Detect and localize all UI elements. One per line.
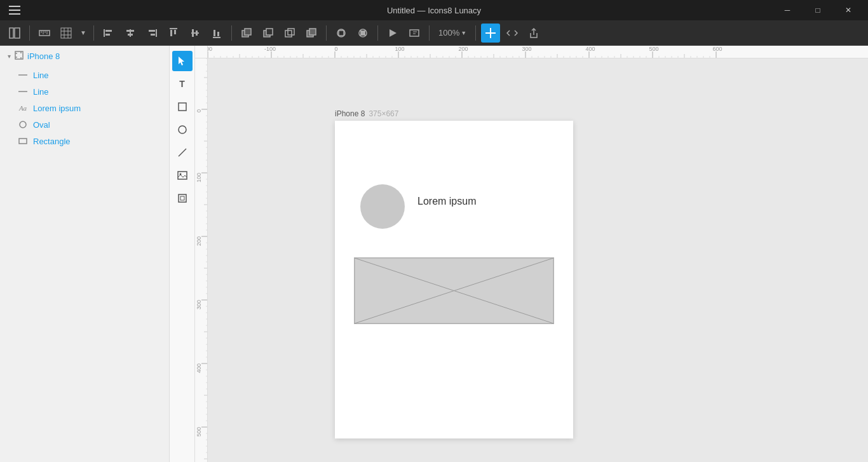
separator6 (429, 25, 430, 41)
zoom-control[interactable]: 100% ▼ (435, 25, 470, 40)
select-tool[interactable] (172, 51, 193, 71)
oval-element[interactable] (360, 184, 405, 229)
component-button[interactable] (481, 24, 500, 43)
code-export-button[interactable] (503, 24, 522, 43)
layer-item-lorem[interactable]: Aa Lorem ipsum (0, 100, 169, 116)
ruler-left (195, 58, 208, 462)
svg-rect-26 (196, 31, 198, 36)
artboard-name-label: iPhone 8 (335, 109, 365, 118)
separator4 (326, 25, 327, 41)
zoom-chevron: ▼ (461, 30, 466, 36)
artboard-size-label: 375×667 (369, 109, 398, 118)
image-placeholder[interactable] (354, 257, 554, 324)
align-right-button[interactable] (142, 24, 161, 43)
boolean-union[interactable] (237, 24, 256, 43)
ruler-corner (195, 46, 208, 58)
svg-marker-58 (179, 57, 184, 65)
svg-rect-49 (15, 51, 23, 59)
line-icon (18, 70, 28, 80)
align-middle-button[interactable] (186, 24, 205, 43)
boolean-diff[interactable] (302, 24, 321, 43)
separator3 (231, 25, 232, 41)
svg-point-60 (179, 126, 186, 133)
boolean-subtract[interactable] (259, 24, 278, 43)
svg-rect-11 (61, 28, 71, 38)
svg-marker-42 (390, 29, 397, 37)
prototype-button[interactable] (383, 24, 402, 43)
zoom-level: 100% (438, 28, 459, 37)
svg-rect-64 (179, 194, 186, 202)
asset-tool[interactable] (172, 188, 193, 208)
text-tool[interactable]: T (172, 74, 193, 94)
artboard-container: iPhone 8 375×667 Lorem ipsum (335, 109, 573, 438)
svg-rect-28 (214, 30, 215, 36)
svg-rect-41 (360, 31, 365, 36)
rect-icon (18, 136, 28, 146)
ruler-button[interactable] (35, 24, 54, 43)
svg-rect-57 (19, 139, 27, 144)
close-button[interactable]: ✕ (834, 0, 863, 20)
grid-button[interactable] (57, 24, 76, 43)
layer-label-oval: Oval (33, 120, 50, 130)
inspector-button[interactable] (405, 24, 424, 43)
canvas-container[interactable]: iPhone 8 375×667 Lorem ipsum (195, 46, 868, 462)
app-title: Untitled — Icons8 Lunacy (387, 6, 481, 15)
separator1 (29, 25, 30, 41)
svg-rect-34 (285, 31, 292, 37)
svg-rect-43 (410, 30, 419, 36)
align-bottom-button[interactable] (207, 24, 226, 43)
lorem-text-element[interactable]: Lorem ipsum (417, 196, 476, 207)
canvas-work-area[interactable]: iPhone 8 375×667 Lorem ipsum (208, 58, 868, 462)
rect-draw-tool[interactable] (172, 97, 193, 117)
artboard[interactable]: Lorem ipsum (335, 121, 573, 438)
svg-rect-59 (179, 103, 186, 111)
svg-rect-2 (39, 31, 50, 36)
share-button[interactable] (524, 24, 543, 43)
minimize-button[interactable]: ─ (773, 0, 802, 20)
layers-panel: ▾ iPhone 8 Line Line (0, 46, 170, 462)
align-center-h-button[interactable] (121, 24, 140, 43)
svg-rect-0 (10, 28, 13, 38)
layer-label-line2: Line (33, 87, 49, 97)
svg-line-61 (179, 149, 186, 156)
align-left-button[interactable] (99, 24, 118, 43)
svg-rect-31 (245, 29, 251, 35)
main-content: ▾ iPhone 8 Line Line (0, 46, 868, 462)
separator2 (93, 25, 94, 41)
svg-rect-65 (180, 196, 184, 200)
toolbar: ▼ 100% ▼ (0, 20, 868, 46)
oval-draw-tool[interactable] (172, 119, 193, 140)
artboard-layer-item[interactable]: ▾ iPhone 8 (0, 46, 169, 67)
ruler-top (208, 46, 868, 58)
line-draw-tool[interactable] (172, 142, 193, 163)
svg-rect-16 (126, 30, 134, 32)
titlebar: Untitled — Icons8 Lunacy ─ □ ✕ (0, 0, 868, 20)
svg-rect-19 (149, 30, 155, 32)
mask-with-selected[interactable] (353, 24, 372, 43)
hamburger-menu[interactable] (5, 0, 24, 20)
oval-icon (18, 119, 28, 130)
boolean-intersect[interactable] (280, 24, 299, 43)
svg-rect-20 (151, 34, 155, 36)
artboard-icon (15, 51, 24, 62)
grid-options-button[interactable]: ▼ (78, 24, 88, 43)
mask-button[interactable] (332, 24, 351, 43)
layer-item-line1[interactable]: Line (0, 67, 169, 83)
layer-label-rect: Rectangle (33, 137, 71, 146)
layer-item-oval[interactable]: Oval (0, 116, 169, 133)
layer-label-lorem: Lorem ipsum (33, 104, 81, 113)
svg-rect-62 (178, 172, 187, 179)
align-top-button[interactable] (164, 24, 183, 43)
image-tool[interactable] (172, 165, 193, 186)
maximize-button[interactable]: □ (803, 0, 832, 20)
separator5 (377, 25, 378, 41)
panel-toggle-button[interactable] (5, 24, 24, 43)
separator7 (475, 25, 476, 41)
artboard-layer-name: iPhone 8 (27, 51, 60, 61)
svg-rect-17 (128, 34, 133, 36)
svg-rect-13 (105, 30, 112, 32)
svg-rect-25 (192, 29, 194, 37)
line-icon-2 (18, 86, 28, 97)
layer-item-rect[interactable]: Rectangle (0, 133, 169, 149)
layer-item-line2[interactable]: Line (0, 83, 169, 100)
